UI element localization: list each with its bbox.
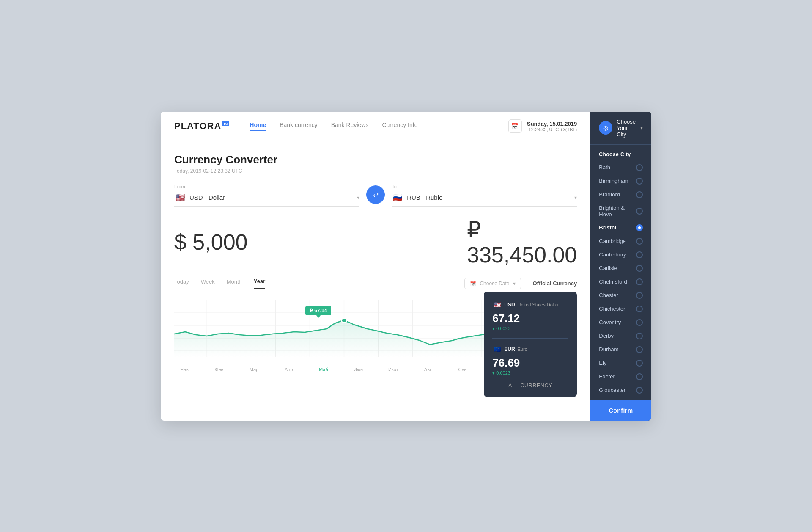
sidebar-city-carlisle[interactable]: Carlisle [590, 262, 651, 275]
popup-code-eur: EUR [504, 346, 515, 352]
sidebar-city-name: Cambridge [599, 238, 636, 244]
from-input-row: 🇺🇸 USD - Dollar ▾ [174, 192, 359, 207]
sidebar-city-exeter[interactable]: Exeter [590, 370, 651, 383]
nav-item-home[interactable]: Home [250, 121, 266, 131]
page-subtitle: Today, 2019-02-12 23:32 UTC [174, 168, 577, 174]
chart-x-label-Фев: Фев [211, 367, 228, 372]
sidebar-city-name: Bradford [599, 191, 636, 198]
from-flag: 🇺🇸 [174, 192, 186, 204]
to-amount-result: ₽ 335,450.00 [467, 217, 577, 267]
main-content: PLATORA ru HomeBank currencyBank Reviews… [161, 112, 590, 421]
body: Currency Converter Today, 2019-02-12 23:… [161, 141, 590, 421]
date-picker-arrow: ▾ [513, 281, 516, 287]
popup-change-usd: ▾ 0.0023 [492, 326, 568, 331]
nav-item-bank-currency[interactable]: Bank currency [280, 121, 317, 131]
sidebar-city-chester[interactable]: Chester [590, 289, 651, 302]
to-currency-select[interactable]: To 🇷🇺 RUB - Ruble ▾ [392, 184, 577, 207]
radio-dot [636, 387, 643, 394]
sidebar-city-name: Canterbury [599, 251, 636, 258]
sidebar-city-gloucester[interactable]: Gloucester [590, 383, 651, 397]
radio-dot [636, 208, 643, 215]
sidebar-city-name: Bristol [599, 224, 636, 231]
official-currency-label: Official Currency [533, 280, 577, 287]
sidebar-city-canterbury[interactable]: Canterbury [590, 248, 651, 262]
app-wrapper: PLATORA ru HomeBank currencyBank Reviews… [161, 112, 651, 421]
chart-tab-today[interactable]: Today [174, 278, 189, 288]
radio-dot [636, 251, 643, 258]
sidebar-city-chelmsford[interactable]: Chelmsford [590, 275, 651, 289]
confirm-button[interactable]: Confirm [590, 400, 651, 421]
sidebar-city-bristol[interactable]: Bristol [590, 221, 651, 234]
popup-amount-usd: 67.12 [492, 312, 568, 325]
sidebar-city-durham[interactable]: Durham [590, 343, 651, 356]
logo: PLATORA ru [174, 121, 229, 132]
chart-x-label-Июн: Июн [350, 367, 367, 372]
radio-dot [636, 346, 643, 353]
header-right: 📅 Sunday, 15.01.2019 12:23:32, UTC +3(TB… [508, 119, 577, 133]
sidebar-city-birmingham[interactable]: Birmingham [590, 174, 651, 188]
sidebar-city-bradford[interactable]: Bradford [590, 188, 651, 201]
sidebar-city-name: Coventry [599, 319, 636, 325]
chart-tooltip: ₽ 67.14 [305, 306, 331, 315]
nav-item-bank-reviews[interactable]: Bank Reviews [331, 121, 369, 131]
sidebar-city-ely[interactable]: Ely [590, 356, 651, 370]
sidebar-city-name: Derby [599, 333, 636, 339]
sidebar-section-label: Choose City [590, 145, 651, 161]
swap-button[interactable]: ⇄ [366, 185, 385, 204]
popup-divider [492, 338, 568, 339]
sidebar-city-bath[interactable]: Bath [590, 161, 651, 174]
popup-name-usd: United States Dollar [518, 302, 559, 307]
to-flag: 🇷🇺 [392, 192, 403, 204]
sidebar-city-brighton--hove[interactable]: Brighton & Hove [590, 201, 651, 221]
sidebar-header-arrow[interactable]: ▾ [640, 125, 643, 131]
radio-dot [636, 373, 643, 380]
chart-tab-year[interactable]: Year [254, 278, 265, 289]
chart-x-label-Авг: Авг [419, 367, 436, 372]
from-label: From [174, 184, 359, 189]
to-label: To [392, 184, 577, 189]
from-dropdown-arrow[interactable]: ▾ [357, 195, 359, 201]
popup-flag-usd: 🇺🇸 [492, 300, 502, 309]
calendar-small-icon: 📅 [470, 281, 476, 287]
to-input-row: 🇷🇺 RUB - Ruble ▾ [392, 192, 577, 207]
sidebar-header: ◎ Choose Your City ▾ [590, 112, 651, 145]
calendar-icon[interactable]: 📅 [508, 119, 522, 133]
sidebar-city-name: Carlisle [599, 265, 636, 271]
header: PLATORA ru HomeBank currencyBank Reviews… [161, 112, 590, 141]
radio-dot [636, 278, 643, 285]
radio-dot [636, 265, 643, 272]
sidebar-city-name: Chelmsford [599, 278, 636, 285]
radio-dot [636, 319, 643, 326]
chart-x-label-Апр: Апр [280, 367, 297, 372]
chart-tabs: TodayWeekMonthYear 📅 Choose Date ▾ Offic… [174, 278, 577, 293]
nav: HomeBank currencyBank ReviewsCurrency In… [250, 121, 508, 131]
sidebar-city-name: Brighton & Hove [599, 205, 636, 218]
logo-badge: ru [222, 121, 229, 126]
sidebar-city-cambridge[interactable]: Cambridge [590, 234, 651, 248]
chart-tab-week[interactable]: Week [201, 278, 215, 288]
date-picker[interactable]: 📅 Choose Date ▾ [464, 278, 521, 289]
chart-tab-month[interactable]: Month [227, 278, 242, 288]
sidebar-city-name: Bath [599, 164, 636, 171]
from-amount-input[interactable] [174, 229, 453, 255]
radio-dot [636, 224, 643, 231]
popup-all-currency-button[interactable]: ALL CURRENCY [492, 383, 568, 389]
sidebar-city-derby[interactable]: Derby [590, 329, 651, 343]
radio-dot [636, 333, 643, 339]
sidebar-header-label: Choose Your City [617, 119, 636, 138]
location-icon: ◎ [599, 121, 612, 135]
to-dropdown-arrow[interactable]: ▾ [574, 195, 577, 201]
chart-x-label-Мар: Мар [245, 367, 262, 372]
to-currency-name: RUB - Ruble [407, 194, 571, 201]
popup-code-usd: USD [504, 302, 515, 308]
radio-dot [636, 238, 643, 245]
chart-x-label-Июл: Июл [384, 367, 401, 372]
chart-x-label-Сен: Сен [454, 367, 471, 372]
nav-item-currency-info[interactable]: Currency Info [382, 121, 417, 131]
sidebar-city-chichester[interactable]: Chichester [590, 302, 651, 316]
from-currency-select[interactable]: From 🇺🇸 USD - Dollar ▾ [174, 184, 359, 207]
sidebar-city-coventry[interactable]: Coventry [590, 316, 651, 329]
currency-popup: 🇺🇸 USD United States Dollar 67.12 ▾ 0.00… [484, 292, 577, 397]
svg-point-15 [341, 318, 347, 323]
sidebar-city-name: Birmingham [599, 178, 636, 184]
